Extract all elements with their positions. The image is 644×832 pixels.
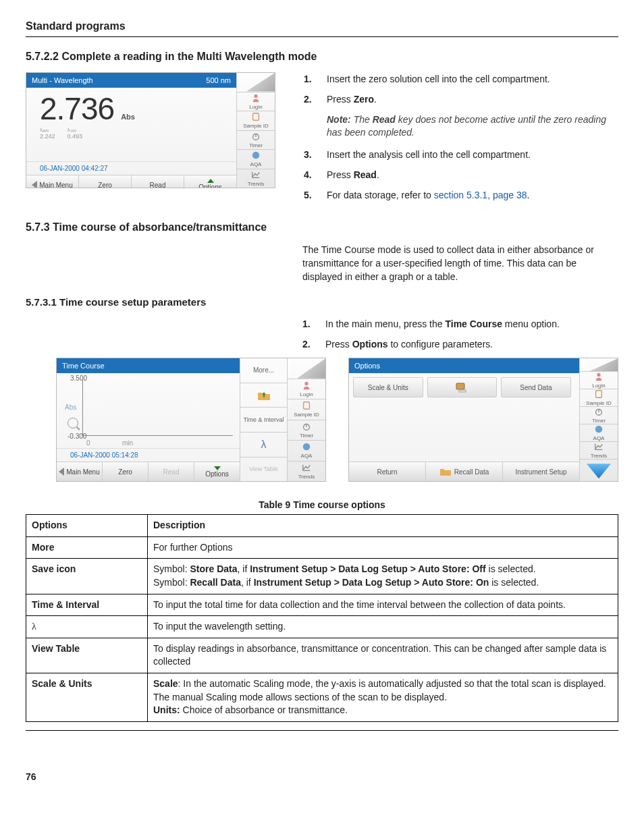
fig1-side-trends[interactable]: Trends — [237, 169, 275, 188]
s1-step4c: . — [377, 169, 379, 180]
td-more: More — [26, 536, 148, 559]
fig2-read-button[interactable]: Read — [149, 462, 194, 481]
r2c: , if — [238, 563, 250, 574]
fig1-side-timer[interactable]: Timer — [237, 131, 275, 150]
fig2-more-button[interactable]: More... — [240, 358, 287, 383]
r6b: : In the automatic Scaling mode, the y-a… — [178, 678, 606, 689]
svg-rect-5 — [304, 402, 310, 410]
s1-step5c: . — [527, 190, 530, 200]
fig1-side-sampleid[interactable]: Sample ID — [237, 111, 275, 131]
fig1-main-menu-button[interactable]: Main Menu — [26, 175, 79, 188]
fig3-title: Options — [354, 362, 380, 370]
td-saveicon-desc: Symbol: Store Data, if Instrument Setup … — [148, 559, 618, 594]
fig3-side-wedge[interactable] — [580, 460, 618, 481]
fig1-options-button[interactable]: Options — [184, 175, 236, 188]
footer-rule — [26, 730, 618, 731]
fig3-recall-label: Recall Data — [454, 468, 489, 476]
fig1-side-corner[interactable] — [237, 73, 275, 92]
r2j: is selected. — [489, 577, 539, 588]
figure-options-panel: Options Scale & Units Send Data Return R… — [348, 358, 618, 482]
link-section-5-3-1[interactable]: section 5.3.1, page 38 — [434, 190, 527, 200]
aqa-icon — [251, 150, 261, 160]
sample-id-icon — [302, 401, 311, 410]
fig2-main-menu-button[interactable]: Main Menu — [57, 462, 103, 481]
page-number: 76 — [26, 771, 618, 782]
fig2-side-aqa[interactable]: AQA — [288, 441, 325, 462]
fig3-side-timer[interactable]: Timer — [580, 407, 618, 424]
fig3-side-aqa[interactable]: AQA — [580, 424, 618, 442]
fig3-aqa-label: AQA — [593, 435, 605, 441]
fig2-side-trends[interactable]: Trends — [288, 462, 325, 482]
td-viewtable-desc: To display readings in absorbance, trans… — [148, 638, 618, 673]
fig1-side-timer-label: Timer — [249, 142, 263, 148]
fig2-zero-button[interactable]: Zero — [103, 462, 149, 481]
fig3-scale-units-button[interactable]: Scale & Units — [353, 377, 423, 397]
fig2-side-sampleid[interactable]: Sample ID — [288, 399, 325, 420]
sample-id-icon — [251, 112, 261, 121]
page-header-title: Standard programs — [26, 20, 618, 32]
fig3-side-login[interactable]: Login — [580, 372, 618, 389]
s1-step1: Insert the zero solution cell into the c… — [327, 74, 550, 84]
fig2-side-login[interactable]: Login — [288, 379, 325, 400]
fig3-titlebar: Options — [349, 358, 579, 373]
header-rule — [26, 36, 618, 37]
figure-time-course: Time Course 3.500 Abs -0.300 0 min 06-JA… — [56, 358, 326, 482]
fig2-view-table-button[interactable]: View Table — [240, 457, 287, 482]
fig2-sidebar: Login Sample ID Timer AQA Trends — [288, 358, 325, 481]
fig3-recall-data-button[interactable]: Recall Data — [426, 462, 503, 481]
fig3-return-button[interactable]: Return — [349, 462, 426, 481]
fig2-save-icon-button[interactable] — [240, 383, 287, 408]
td-saveicon: Save icon — [26, 559, 148, 594]
svg-point-13 — [595, 426, 603, 433]
fig1-side-sample-label: Sample ID — [243, 123, 268, 129]
fig3-send-data-button[interactable]: Send Data — [501, 377, 571, 397]
login-icon — [302, 381, 311, 390]
fig2-sample-label: Sample ID — [294, 412, 319, 418]
r2a: Symbol: — [153, 563, 190, 574]
r2f: Symbol: — [153, 577, 190, 588]
fig2-read-label: Read — [163, 468, 180, 476]
svg-rect-8 — [456, 383, 464, 389]
note-lead: Note: — [327, 114, 351, 125]
th-options: Options — [26, 515, 148, 537]
s3-step1a: In the main menu, press the — [325, 318, 445, 329]
fig3-trends-label: Trends — [591, 453, 608, 459]
fig2-time-interval-button[interactable]: Time & Interval — [240, 408, 287, 433]
fig3-side-sampleid[interactable]: Sample ID — [580, 389, 618, 407]
back-arrow-icon — [32, 181, 37, 188]
fig3-sidebar: Login Sample ID Timer AQA Trends — [580, 358, 618, 481]
fig3-side-trends[interactable]: Trends — [580, 442, 618, 460]
back-arrow-icon — [59, 468, 64, 476]
fig1-l500-label: λ₅₀₀ — [68, 127, 83, 133]
s1-n2: 2. — [304, 92, 312, 106]
fig2-options-button[interactable]: Options — [194, 462, 240, 481]
fig1-side-login[interactable]: Login — [237, 92, 275, 112]
up-triangle-icon — [207, 179, 214, 183]
fig3-login-label: Login — [592, 383, 606, 389]
s1-n4: 4. — [304, 168, 312, 182]
fig1-nm: 500 nm — [206, 76, 231, 84]
td-more-desc: For further Options — [148, 536, 618, 559]
td-timeinterval: Time & Interval — [26, 594, 148, 616]
fig2-login-label: Login — [300, 391, 313, 397]
fig1-side-login-label: Login — [249, 104, 263, 110]
fig3-instrument-setup-button[interactable]: Instrument Setup — [503, 462, 579, 481]
fig2-trends-label: Trends — [298, 474, 315, 480]
fig2-side-timer[interactable]: Timer — [288, 420, 325, 441]
fig2-graph: 3.500 Abs -0.300 0 min — [65, 373, 236, 448]
fig1-zero-label: Zero — [98, 182, 112, 189]
fig3-pc-button[interactable] — [427, 377, 498, 397]
login-icon — [251, 93, 261, 103]
fig2-side-corner[interactable] — [288, 358, 325, 379]
fig2-timer-label: Timer — [300, 433, 313, 439]
magnifier-icon[interactable] — [68, 418, 78, 428]
fig2-main-label: Main Menu — [66, 468, 99, 476]
svg-point-7 — [303, 443, 311, 451]
fig3-side-corner[interactable] — [580, 358, 618, 372]
fig1-read-button[interactable]: Read — [132, 175, 184, 188]
r2h: , if — [241, 577, 254, 588]
fig2-lambda-button[interactable]: λ — [240, 433, 287, 457]
s3-step2a: Press — [325, 339, 352, 350]
fig1-side-aqa[interactable]: AQA — [237, 150, 275, 169]
fig1-zero-button[interactable]: Zero — [79, 175, 132, 188]
